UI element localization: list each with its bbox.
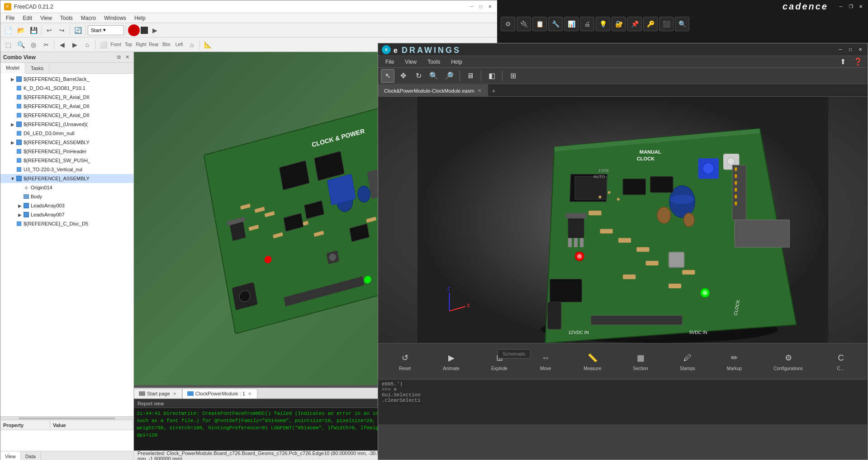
cad-btn[interactable]: 📋 (532, 17, 547, 31)
tb2-front-btn[interactable]: Front (110, 39, 122, 51)
edrawings-console[interactable]: e005.') >>> # Gui.Selection .clearSelect… (378, 379, 868, 424)
cadence-minimize-btn[interactable]: ─ (837, 3, 844, 10)
ed-section-btn[interactable]: ▦ Section (628, 349, 652, 374)
edrawings-minimize-btn[interactable]: ─ (837, 46, 844, 53)
cad-btn[interactable]: 🔌 (517, 17, 531, 31)
ed-menu-view[interactable]: View (400, 58, 421, 66)
model-tree[interactable]: ▶ ${REFERENCE}_BarrelJack_ ▶ K_D_DO-41_S… (0, 74, 133, 416)
tree-item[interactable]: ▶ LeadsArray007 (0, 210, 133, 219)
tb2-stdview-btn[interactable]: ⬜ (97, 39, 109, 51)
tb2-clip-btn[interactable]: ✂ (40, 39, 52, 51)
panel-close-btn[interactable]: ✕ (123, 54, 131, 61)
tb2-rear-btn[interactable]: Rear (148, 39, 160, 51)
tree-item[interactable]: ▶ ⊕ Origin014 (0, 183, 133, 192)
menu-macro[interactable]: Macro (77, 14, 100, 22)
tree-expand-icon[interactable]: ▶ (9, 139, 16, 146)
freecad-close-btn[interactable]: ✕ (486, 3, 493, 10)
tb-workbench-dropdown[interactable]: Start ▾ (88, 25, 124, 35)
tab-tasks[interactable]: Tasks (25, 63, 49, 73)
tree-item[interactable]: ▶ ${REFERENCE}_SW_PUSH_ (0, 156, 133, 165)
ed-menu-tools[interactable]: Tools (423, 58, 445, 66)
freecad-maximize-btn[interactable]: □ (477, 3, 484, 10)
cad-btn[interactable]: 🔐 (612, 17, 626, 31)
tree-expand-icon[interactable]: ▼ (9, 175, 16, 182)
menu-windows[interactable]: Windows (100, 14, 130, 22)
tb2-view-btn[interactable]: ◎ (28, 39, 39, 51)
ed-move-tool-btn[interactable]: ↔ Move (535, 349, 556, 374)
ed-tab-close[interactable]: ✕ (477, 88, 482, 94)
ed-menu-help[interactable]: Help (446, 58, 467, 66)
ed-reset-btn[interactable]: ↺ Reset (394, 349, 416, 374)
tb-refresh-btn[interactable]: 🔄 (72, 24, 84, 36)
tree-item[interactable]: ▶ ${REFERENCE}_R_Axial_DII (0, 102, 133, 111)
ed-menu-file[interactable]: File (381, 58, 398, 66)
tb2-nav-fwd-btn[interactable]: ▶ (69, 39, 81, 51)
tb-play-icon[interactable]: ▶ (149, 24, 161, 36)
tree-item[interactable]: ▶ LeadsArray003 (0, 201, 133, 210)
menu-tools[interactable]: Tools (57, 14, 76, 22)
tb-stop-btn[interactable] (141, 27, 148, 34)
tree-expand-icon[interactable]: ▶ (9, 76, 16, 82)
ed-zoom-in-btn[interactable]: 🔍 (427, 69, 441, 83)
ed-tab-file[interactable]: Clock&PowerModule-ClockModule.easm ✕ (378, 84, 488, 96)
tab-model[interactable]: Model (0, 63, 25, 74)
tree-item[interactable]: ▶ ${REFERENCE}_(Unsaved)( (0, 120, 133, 129)
tree-item[interactable]: ▶ ${REFERENCE}_BarrelJack_ (0, 75, 133, 84)
ed-animate-btn[interactable]: ▶ Animate (438, 349, 464, 374)
tb2-top-btn[interactable]: Top (123, 39, 134, 51)
ed-move-btn[interactable]: ✥ (396, 69, 410, 83)
tb-new-btn[interactable]: 📄 (2, 24, 14, 36)
tb-record-btn[interactable] (128, 24, 140, 36)
tree-item[interactable]: ▶ K_D_DO-41_SOD81_P10.1 (0, 84, 133, 93)
ed-rotate-btn[interactable]: ↻ (412, 69, 425, 83)
tab-data[interactable]: Data (21, 451, 41, 460)
tb-save-btn[interactable]: 💾 (28, 24, 39, 36)
ed-toolbar-icon2[interactable]: ❓ (851, 55, 865, 69)
cad-btn[interactable]: 🖨 (580, 17, 594, 31)
edrawings-maximize-btn[interactable]: □ (847, 46, 854, 53)
ed-c-btn[interactable]: C C… (830, 349, 852, 374)
ed-explode-view-btn[interactable]: ⊞ (506, 69, 520, 83)
tree-item[interactable]: ▶ ${REFERENCE}_R_Axial_DII (0, 111, 133, 120)
tb2-bottom-btn[interactable]: Btm (161, 39, 172, 51)
cad-btn[interactable]: ⚙ (501, 17, 515, 31)
tree-item[interactable]: ▶ D6_LED_D3.0mm_null (0, 129, 133, 138)
tree-item[interactable]: ▶ U3_TO-220-3_Vertical_nul (0, 165, 133, 174)
cad-btn[interactable]: 🔧 (548, 17, 563, 31)
tb2-home-btn[interactable]: ⌂ (81, 39, 93, 51)
menu-view[interactable]: View (37, 14, 56, 22)
vp-tab-start-close[interactable]: ✕ (172, 391, 177, 396)
cad-btn[interactable]: ⬛ (659, 17, 674, 31)
tb-undo-btn[interactable]: ↩ (43, 24, 55, 36)
tb2-select-btn[interactable]: ⬚ (2, 39, 14, 51)
scrollbar[interactable] (0, 416, 133, 420)
menu-file[interactable]: File (2, 14, 18, 22)
tb2-home2-btn[interactable]: ⌂ (186, 39, 198, 51)
menu-help[interactable]: Help (131, 14, 149, 22)
cadence-restore-btn[interactable]: ❐ (847, 3, 854, 10)
ed-toolbar-icon1[interactable]: ⬆ (836, 55, 849, 69)
ed-configurations-btn[interactable]: ⚙ Configurations (769, 349, 807, 374)
freecad-minimize-btn[interactable]: ─ (468, 3, 475, 10)
tree-expand-icon[interactable]: ▶ (17, 202, 23, 209)
ed-display-btn[interactable]: 🖥 (464, 69, 477, 83)
edrawings-close-btn[interactable]: ✕ (857, 46, 864, 53)
tb-redo-btn[interactable]: ↪ (56, 24, 68, 36)
tab-view[interactable]: View (0, 451, 21, 460)
cadence-close-btn[interactable]: ✕ (857, 3, 864, 10)
tree-item-selected[interactable]: ▼ ${REFERENCE}_ASSEMBLY (0, 174, 133, 183)
panel-float-btn[interactable]: ⧉ (115, 54, 123, 61)
ed-cursor-btn[interactable]: ↖ (381, 69, 394, 83)
tb2-zoom-fit-btn[interactable]: 🔍 (15, 39, 27, 51)
edrawings-3d-viewport[interactable]: MANUAL CLOCK TYPE AUTO 5VDC IN 12VDC IN … (378, 97, 868, 343)
vp-tab-start[interactable]: Start page ✕ (134, 389, 182, 399)
tb2-left-btn[interactable]: Left (173, 39, 185, 51)
tree-item[interactable]: ▶ ${REFERENCE}_ASSEMBLY (0, 138, 133, 147)
cad-btn[interactable]: 📌 (627, 17, 642, 31)
ed-measure-btn[interactable]: 📏 Measure (579, 349, 606, 374)
tree-item[interactable]: ▶ ${REFERENCE}_R_Axial_DII (0, 93, 133, 102)
tb-open-btn[interactable]: 📂 (15, 24, 27, 36)
ed-render-btn[interactable]: ◧ (485, 69, 498, 83)
tree-item[interactable]: ▶ Body (0, 192, 133, 201)
vp-tab-clock-close[interactable]: ✕ (247, 391, 252, 396)
